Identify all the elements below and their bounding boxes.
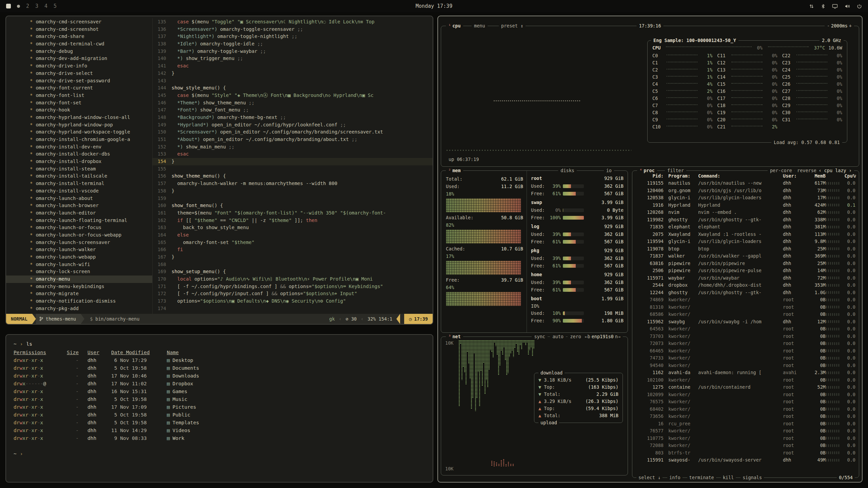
code-line[interactable]: 155: [153, 165, 433, 173]
file-tree-pane[interactable]: *omarchy-cmd-screensaver*omarchy-cmd-scr…: [6, 18, 153, 314]
code-line[interactable]: 149 *Hyprland*) open_in_editor ~/.config…: [153, 121, 433, 129]
file-item[interactable]: *omarchy-cmd-share: [6, 33, 152, 40]
menu-button[interactable]: menu: [472, 22, 488, 29]
workspace-3[interactable]: 3: [35, 3, 38, 9]
net-interface-selector[interactable]: ←b enp191s0 n→: [582, 333, 623, 340]
process-row[interactable]: 94540kworker/ root 0B 0.0: [632, 362, 859, 369]
code-line[interactable]: 167}: [153, 253, 433, 261]
file-item[interactable]: *omarchy-launch-browser: [6, 202, 152, 209]
file-item[interactable]: *omarchy-hyprland-workspace-toggle: [6, 128, 152, 136]
power-icon[interactable]: [857, 4, 862, 9]
net-zero-button[interactable]: zero: [568, 333, 584, 340]
code-line[interactable]: 143: [153, 77, 433, 85]
info-button[interactable]: info: [667, 474, 683, 481]
workspace-2[interactable]: 2: [26, 3, 29, 9]
workspace-dot-icon[interactable]: [17, 5, 20, 8]
file-item[interactable]: *omarchy-lock-screen: [6, 268, 152, 276]
code-line[interactable]: 136 *Screensaver*) omarchy-toggle-screen…: [153, 26, 433, 33]
code-line[interactable]: 135 case $(menu "Toggle" "▣ Screensaver\…: [153, 18, 433, 26]
process-row[interactable]: 74869kworker/ root 0B 0.0: [632, 296, 859, 304]
signals-button[interactable]: signals: [741, 474, 764, 481]
process-row[interactable]: 1162avahi-da avahi-daemon: running [ ava…: [632, 369, 859, 377]
file-item[interactable]: *omarchy-launch-wifi: [6, 261, 152, 268]
file-item[interactable]: *omarchy-launch-editor: [6, 209, 152, 217]
process-row[interactable]: 2544dropbox /home/dhh/.dropbox-dist dhh …: [632, 282, 859, 289]
code-line[interactable]: 145 case $(menu "Style" "◈ Theme\nⒶ Font…: [153, 92, 433, 99]
file-item[interactable]: *omarchy-launch-about: [6, 195, 152, 202]
file-item[interactable]: *omarchy-cmd-screensaver: [6, 18, 152, 26]
workspace-5[interactable]: 5: [54, 3, 57, 9]
process-row[interactable]: 120268nvim nvim --embed . dhh 62M 0.0: [632, 209, 859, 216]
file-item[interactable]: *omarchy-drive-select: [6, 70, 152, 77]
process-row[interactable]: 2075Xwayland Xwayland :1 -rootless - dhh…: [632, 231, 859, 238]
process-row[interactable]: 115962swaybg /usr/bin/swaybg -i /hom dhh…: [632, 318, 859, 326]
file-item[interactable]: *omarchy-launch-webapp: [6, 253, 152, 261]
process-row[interactable]: 68586kworker/ root 0B 0.0: [632, 311, 859, 318]
file-item[interactable]: *omarchy-launch-walker: [6, 246, 152, 253]
process-row[interactable]: 71835elephant elephant dhh 381M 0.0: [632, 223, 859, 231]
file-item[interactable]: *omarchy-install-terminal: [6, 180, 152, 187]
code-line[interactable]: 140 *) show_trigger_menu ;;: [153, 55, 433, 62]
file-item[interactable]: *omarchy-menu: [6, 276, 152, 283]
process-row[interactable]: 76577kworker/ root 0B 0.0: [632, 427, 859, 435]
select-control[interactable]: select ↓: [636, 474, 663, 481]
code-line[interactable]: 160show_font_menu() {: [153, 202, 433, 209]
process-row[interactable]: 115971waybar /usr/bin/waybar dhh 72M 0.0: [632, 274, 859, 282]
file-item[interactable]: *omarchy-install-vscode: [6, 187, 152, 195]
file-item[interactable]: *omarchy-install-dev-env: [6, 143, 152, 151]
process-row[interactable]: 16rcu_pree root 0B 0.0: [632, 420, 859, 428]
code-line[interactable]: 171 [ -f ~/.config/hypr/bindings.conf ] …: [153, 283, 433, 290]
process-row[interactable]: 102100kworker/ root 0B 0.0: [632, 377, 859, 384]
process-row[interactable]: 12244ghostty /usr/bin/ghostty --gtk- dhh…: [632, 289, 859, 297]
file-item[interactable]: *omarchy-menu-keybindings: [6, 283, 152, 290]
net-auto-button[interactable]: auto: [550, 333, 566, 340]
file-item[interactable]: *omarchy-dev-add-migration: [6, 55, 152, 62]
process-row[interactable]: 63816pipewire /usr/bin/pipewire dhh 25M …: [632, 260, 859, 267]
prompt-line[interactable]: ~ ›: [14, 450, 425, 458]
process-row[interactable]: 119982ghostty /usr/bin/ghostty --gtk- dh…: [632, 216, 859, 224]
process-row[interactable]: 102099kworker/ root 0B 0.0: [632, 391, 859, 399]
scroll-up-indicator[interactable]: ↑: [854, 172, 857, 179]
code-line[interactable]: 169show_setup_menu() {: [153, 268, 433, 276]
process-row[interactable]: 119155nautilus /usr/bin/nautilus --new d…: [632, 180, 859, 187]
interval-minus-button[interactable]: -: [827, 22, 830, 29]
workspace-active-icon[interactable]: [6, 4, 11, 8]
file-item[interactable]: *omarchy-font-current: [6, 84, 152, 92]
code-line[interactable]: 139 *Bar*) omarchy-toggle-waybar ;;: [153, 48, 433, 55]
code-line[interactable]: 138 *Idle*) omarchy-toggle-idle ;;: [153, 40, 433, 48]
preset-button[interactable]: preset ↕: [499, 22, 526, 29]
file-item[interactable]: *omarchy-drive-info: [6, 62, 152, 70]
code-line[interactable]: 154}: [153, 158, 433, 165]
process-row[interactable]: 71837walker /usr/bin/walker --gappl dhh …: [632, 252, 859, 260]
code-line[interactable]: 148 *Background*) omarchy-theme-bg-next …: [153, 114, 433, 121]
file-item[interactable]: *omarchy-cmd-terminal-cwd: [6, 40, 152, 48]
code-line[interactable]: 170 local options="♪ Audio\n∿ Wifi\nᛒ Bl…: [153, 276, 433, 283]
file-item[interactable]: *omarchy-migrate: [6, 290, 152, 298]
file-item[interactable]: *omarchy-cmd-screenshot: [6, 26, 152, 33]
code-line[interactable]: 165 omarchy-font-set "$theme": [153, 239, 433, 246]
file-item[interactable]: *omarchy-install-chromium-google-a: [6, 136, 152, 143]
io-toggle[interactable]: io: [604, 167, 614, 174]
process-row[interactable]: 110775kworker/ root 0B 0.0: [632, 435, 859, 442]
code-line[interactable]: 166 fi: [153, 246, 433, 253]
code-line[interactable]: 168: [153, 261, 433, 268]
code-line[interactable]: 161 theme=$(menu "Font" "$(omarchy-font-…: [153, 209, 433, 217]
code-line[interactable]: 150 *Screensaver*) open_in_editor ~/.con…: [153, 128, 433, 136]
bluetooth-icon[interactable]: [821, 4, 825, 9]
file-item[interactable]: *omarchy-install-tailscale: [6, 172, 152, 180]
process-row[interactable]: 803btrfs-tr root 0B 0.0: [632, 449, 859, 457]
code-line[interactable]: 164 else: [153, 231, 433, 239]
file-item[interactable]: *omarchy-hyprland-window-pop: [6, 121, 152, 129]
file-item[interactable]: *omarchy-pkg-add: [6, 305, 152, 312]
code-line[interactable]: 151 *About*) open_in_editor ~/.config/om…: [153, 136, 433, 143]
workspace-4[interactable]: 4: [44, 3, 47, 9]
file-item[interactable]: *omarchy-install-steam: [6, 165, 152, 173]
display-icon[interactable]: [832, 4, 838, 9]
process-row[interactable]: 81310kworker/ root 0B 0.0: [632, 304, 859, 311]
process-row[interactable]: 68402kworker/ root 0B 0.0: [632, 406, 859, 413]
code-line[interactable]: 144show_style_menu() {: [153, 84, 433, 92]
file-item[interactable]: *omarchy-install-dropbox: [6, 158, 152, 165]
file-item[interactable]: *omarchy-debug: [6, 48, 152, 55]
code-pane[interactable]: 135 case $(menu "Toggle" "▣ Screensaver\…: [153, 18, 433, 314]
file-item[interactable]: *omarchy-launch-or-focus-webapp: [6, 231, 152, 239]
